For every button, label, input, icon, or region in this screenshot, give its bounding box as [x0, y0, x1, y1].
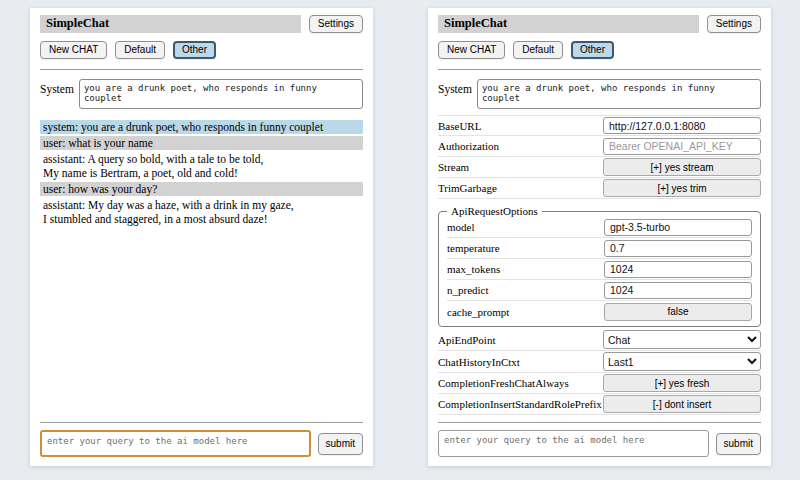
setting-label: cache_prompt [447, 306, 604, 318]
divider [40, 422, 363, 423]
cache-prompt-toggle-button[interactable]: false [604, 303, 752, 321]
completion-fresh-chat-toggle-button[interactable]: [+] yes fresh [603, 374, 761, 392]
chat-message-assistant: assistant: My day was a haze, with a dri… [40, 198, 363, 226]
model-input[interactable] [604, 219, 752, 236]
setting-label: ChatHistoryInCtxt [438, 356, 603, 368]
query-input[interactable] [40, 430, 311, 457]
setting-row-completion-insert-role-prefix: CompletionInsertStandardRolePrefix [-] d… [438, 394, 761, 415]
setting-label: model [447, 221, 604, 233]
setting-label: Authorization [438, 140, 603, 152]
session-tab-default[interactable]: Default [513, 41, 563, 59]
setting-row-temperature: temperature [447, 238, 752, 259]
setting-label: BaseURL [438, 120, 603, 132]
query-input[interactable] [438, 430, 709, 457]
completion-insert-role-prefix-toggle-button[interactable]: [-] dont insert [603, 395, 761, 413]
api-endpoint-select[interactable]: Chat [603, 330, 761, 349]
settings-button[interactable]: Settings [309, 15, 363, 33]
system-prompt-input[interactable]: you are a drunk poet, who responds in fu… [79, 79, 363, 109]
chat-message-system: system: you are a drunk poet, who respon… [40, 120, 363, 134]
system-prompt-input[interactable]: you are a drunk poet, who responds in fu… [477, 79, 761, 109]
setting-row-cache-prompt: cache_prompt false [447, 301, 752, 322]
system-prompt-row: System you are a drunk poet, who respond… [40, 79, 363, 109]
page-background: SimpleChat Settings New CHAT Default Oth… [0, 0, 800, 466]
session-toolbar: New CHAT Default Other [438, 41, 761, 59]
setting-row-baseurl: BaseURL [438, 115, 761, 136]
authorization-input[interactable] [603, 138, 761, 155]
setting-row-completion-fresh-chat: CompletionFreshChatAlways [+] yes fresh [438, 373, 761, 394]
setting-label: CompletionFreshChatAlways [438, 377, 603, 389]
api-request-options-fieldset: ApiRequestOptions model temperature max_… [438, 205, 761, 327]
temperature-input[interactable] [604, 240, 752, 257]
divider [438, 422, 761, 423]
session-tab-other[interactable]: Other [571, 41, 614, 59]
settings-form: BaseURL Authorization Stream [+] yes str… [438, 115, 761, 415]
n-predict-input[interactable] [604, 282, 752, 299]
submit-button[interactable]: submit [716, 433, 761, 455]
new-chat-button[interactable]: New CHAT [40, 41, 107, 59]
new-chat-button[interactable]: New CHAT [438, 41, 505, 59]
divider [438, 69, 761, 70]
chat-panel: SimpleChat Settings New CHAT Default Oth… [30, 8, 373, 466]
session-toolbar: New CHAT Default Other [40, 41, 363, 59]
setting-row-model: model [447, 217, 752, 238]
setting-row-authorization: Authorization [438, 136, 761, 157]
query-row: submit [40, 430, 363, 457]
spacer [438, 415, 761, 418]
stream-toggle-button[interactable]: [+] yes stream [603, 158, 761, 176]
setting-label: max_tokens [447, 263, 604, 275]
titlebar: SimpleChat Settings [438, 15, 761, 33]
baseurl-input[interactable] [603, 117, 761, 134]
chat-message-user: user: how was your day? [40, 182, 363, 196]
system-label: System [40, 79, 74, 95]
system-prompt-row: System you are a drunk poet, who respond… [438, 79, 761, 109]
submit-button[interactable]: submit [318, 433, 363, 455]
session-tab-default[interactable]: Default [115, 41, 165, 59]
chat-message-assistant: assistant: A query so bold, with a tale … [40, 152, 363, 180]
session-tab-other[interactable]: Other [173, 41, 216, 59]
setting-label: CompletionInsertStandardRolePrefix [438, 398, 603, 410]
setting-label: temperature [447, 242, 604, 254]
settings-panel: SimpleChat Settings New CHAT Default Oth… [428, 8, 771, 466]
setting-row-n-predict: n_predict [447, 280, 752, 301]
setting-label: Stream [438, 161, 603, 173]
setting-label: ApiEndPoint [438, 334, 603, 346]
chat-message-list: system: you are a drunk poet, who respon… [40, 120, 363, 418]
setting-row-trimgarbage: TrimGarbage [+] yes trim [438, 178, 761, 199]
settings-button[interactable]: Settings [707, 15, 761, 33]
fieldset-legend: ApiRequestOptions [447, 205, 542, 217]
titlebar: SimpleChat Settings [40, 15, 363, 33]
setting-row-api-endpoint: ApiEndPoint Chat [438, 329, 761, 351]
setting-label: n_predict [447, 284, 604, 296]
setting-row-stream: Stream [+] yes stream [438, 157, 761, 178]
chat-message-user: user: what is your name [40, 136, 363, 150]
app-title: SimpleChat [40, 15, 301, 33]
setting-label: TrimGarbage [438, 182, 603, 194]
setting-row-chat-history-in-ctxt: ChatHistoryInCtxt Last1 [438, 351, 761, 373]
app-title: SimpleChat [438, 15, 699, 33]
max-tokens-input[interactable] [604, 261, 752, 278]
divider [40, 69, 363, 70]
chat-history-in-ctxt-select[interactable]: Last1 [603, 352, 761, 371]
trimgarbage-toggle-button[interactable]: [+] yes trim [603, 179, 761, 197]
system-label: System [438, 79, 472, 95]
query-row: submit [438, 430, 761, 457]
setting-row-max-tokens: max_tokens [447, 259, 752, 280]
